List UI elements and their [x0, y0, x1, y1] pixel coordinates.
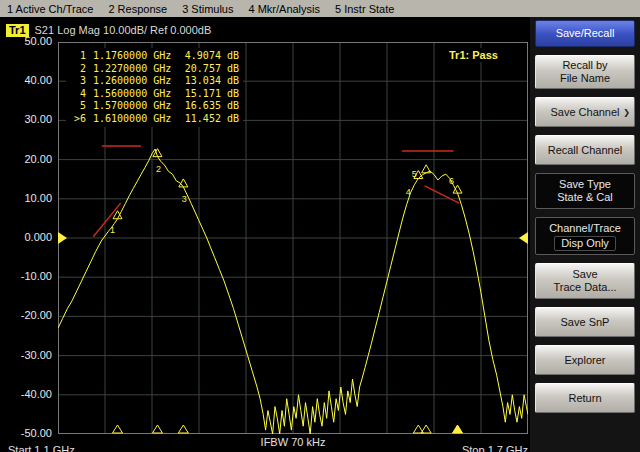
marker-mfreq: 1.5600000 GHz	[93, 88, 179, 101]
y-axis-label: 30.00	[24, 113, 52, 125]
y-axis-label: -20.00	[21, 309, 52, 321]
softkey-return[interactable]: Return	[535, 383, 635, 413]
y-axis-label: 20.00	[24, 153, 52, 165]
softkey-label: File Name	[560, 72, 610, 85]
softkey-save-snp[interactable]: Save SnP	[535, 307, 635, 337]
marker-row: >61.6100000 GHz11.452 dB	[70, 113, 239, 126]
marker-row: 21.2270000 GHz20.757 dB	[70, 63, 239, 76]
ref-level-marker-right	[519, 232, 528, 244]
marker-mnum: 3	[70, 75, 86, 88]
softkey-save-recall[interactable]: Save/Recall	[535, 20, 635, 47]
marker-mnum: 1	[70, 50, 86, 63]
marker-table: 11.1760000 GHz4.9074 dB21.2270000 GHz20.…	[66, 48, 243, 127]
menu-item-2-response[interactable]: 2 Response	[108, 3, 167, 15]
menu-bar: 1 Active Ch/Trace2 Response3 Stimulus4 M…	[0, 0, 640, 17]
marker-6-label: 6	[449, 176, 454, 186]
softkey-label: Save SnP	[561, 316, 610, 329]
marker-mfreq: 1.2600000 GHz	[93, 75, 179, 88]
marker-mfreq: 1.6100000 GHz	[93, 113, 179, 126]
marker-mfreq: 1.1760000 GHz	[93, 50, 179, 63]
marker-6-axis-triangle[interactable]	[453, 425, 463, 433]
marker-1-label: 1	[110, 225, 115, 235]
softkey-label: Return	[568, 392, 601, 405]
softkey-recall-channel[interactable]: Recall Channel	[535, 135, 635, 165]
marker-mval: 4.9074 dB	[179, 50, 239, 63]
chevron-right-icon: ❯	[623, 106, 630, 119]
menu-item-1-active-ch-trace[interactable]: 1 Active Ch/Trace	[7, 3, 93, 15]
y-axis-label: 50.00	[24, 35, 52, 47]
marker-mnum: 2	[70, 63, 86, 76]
marker-3-label: 3	[182, 194, 187, 204]
softkey-menu: Save/RecallRecall byFile NameSave Channe…	[530, 17, 640, 452]
marker-mfreq: 1.5700000 GHz	[93, 100, 179, 113]
trace-info-label: S21 Log Mag 10.00dB/ Ref 0.000dB	[35, 24, 212, 36]
marker-row: 51.5700000 GHz16.635 dB	[70, 100, 239, 113]
start-frequency-label: Start 1.1 GHz	[8, 444, 75, 452]
marker-2-axis-triangle[interactable]	[152, 425, 162, 433]
marker-mnum: 5	[70, 100, 86, 113]
marker-5-label: 5	[412, 169, 417, 179]
softkey-label: Disp Only	[554, 236, 616, 251]
softkey-label: Save	[572, 268, 597, 281]
softkey-label: Trace Data...	[553, 281, 616, 294]
marker-mfreq: 1.2270000 GHz	[93, 63, 179, 76]
marker-mnum: 4	[70, 88, 86, 101]
marker-mval: 13.034 dB	[179, 75, 239, 88]
y-axis-labels: 50.0040.0030.0020.0010.000.000-10.00-20.…	[0, 42, 54, 434]
softkey-save-channel[interactable]: Save Channel❯	[535, 97, 635, 127]
menu-item-3-stimulus[interactable]: 3 Stimulus	[182, 3, 233, 15]
marker-2-label: 2	[156, 164, 161, 174]
softkey-recall-by-file-name[interactable]: Recall byFile Name	[535, 55, 635, 89]
marker-mval: 11.452 dB	[179, 113, 239, 126]
softkey-label: Save Type	[559, 178, 611, 191]
stop-frequency-label: Stop 1.7 GHz	[398, 444, 528, 452]
softkey-label: State & Cal	[557, 191, 613, 204]
marker-mnum: >6	[70, 113, 86, 126]
softkey-label: Recall Channel	[548, 144, 623, 157]
softkey-save-type-state-cal[interactable]: Save TypeState & Cal	[535, 173, 635, 209]
softkey-save-trace-data[interactable]: SaveTrace Data...	[535, 263, 635, 299]
softkey-label: Save Channel	[550, 106, 619, 119]
ref-level-marker-left	[58, 232, 67, 244]
y-axis-label: 10.00	[24, 192, 52, 204]
trace-pass-status: Tr1: Pass	[445, 48, 502, 62]
softkey-label: Explorer	[565, 354, 606, 367]
menu-item-4-mkr-analysis[interactable]: 4 Mkr/Analysis	[248, 3, 320, 15]
y-axis-label: -10.00	[21, 270, 52, 282]
softkey-label: Save/Recall	[556, 27, 615, 40]
y-axis-label: 0.000	[24, 231, 52, 243]
softkey-label: Recall by	[562, 59, 607, 72]
marker-mval: 15.171 dB	[179, 88, 239, 101]
marker-row: 41.5600000 GHz15.171 dB	[70, 88, 239, 101]
marker-mval: 20.757 dB	[179, 63, 239, 76]
y-axis-label: -40.00	[21, 388, 52, 400]
menu-item-5-instr-state[interactable]: 5 Instr State	[335, 3, 394, 15]
y-axis-label: -30.00	[21, 349, 52, 361]
y-axis-label: 40.00	[24, 74, 52, 86]
marker-row: 31.2600000 GHz13.034 dB	[70, 75, 239, 88]
marker-1-axis-triangle[interactable]	[113, 425, 123, 433]
softkey-channel-trace-disp-only[interactable]: Channel/TraceDisp Only	[535, 217, 635, 255]
marker-mval: 16.635 dB	[179, 100, 239, 113]
softkey-label: Channel/Trace	[549, 222, 621, 235]
y-axis-label: -50.00	[21, 427, 52, 439]
softkey-explorer[interactable]: Explorer	[535, 345, 635, 375]
marker-4-label: 4	[406, 187, 411, 197]
marker-3-axis-triangle[interactable]	[178, 425, 188, 433]
limit-line-segment	[425, 186, 459, 203]
marker-row: 11.1760000 GHz4.9074 dB	[70, 50, 239, 63]
